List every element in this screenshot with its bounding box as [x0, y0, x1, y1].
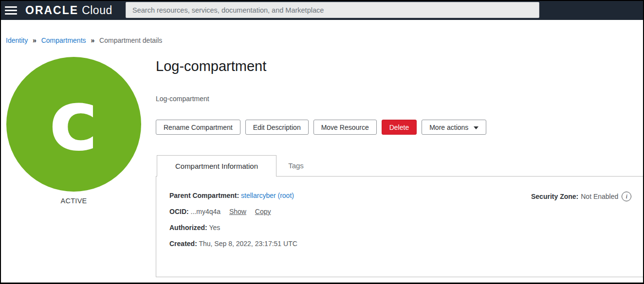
avatar-letter: c	[49, 79, 99, 163]
tab-tags[interactable]: Tags	[276, 155, 315, 176]
logo-cloud-text: Cloud	[82, 4, 112, 17]
authorized-value: Yes	[209, 224, 220, 231]
page-title: Log-compartment	[156, 58, 266, 74]
breadcrumb-current-page: Compartment details	[99, 36, 162, 44]
more-actions-label: More actions	[429, 124, 468, 131]
hamburger-menu-icon[interactable]	[5, 6, 17, 15]
oracle-cloud-logo: ORACLE Cloud	[25, 4, 112, 17]
compartment-avatar: c	[6, 57, 141, 192]
action-button-row: Rename Compartment Edit Description Move…	[156, 120, 486, 135]
top-nav-bar: ORACLE Cloud	[1, 1, 643, 20]
ocid-value: ...my4q4a	[191, 208, 221, 215]
caret-down-icon	[474, 126, 478, 129]
more-actions-button[interactable]: More actions	[422, 120, 486, 135]
security-zone-label: Security Zone:	[531, 193, 578, 200]
ocid-row: OCID: ...my4q4a Show Copy	[169, 208, 297, 215]
ocid-label: OCID:	[169, 208, 189, 215]
breadcrumb-identity-link[interactable]: Identity	[6, 36, 28, 44]
search-input[interactable]	[126, 2, 539, 18]
status-badge: ACTIVE	[6, 197, 141, 205]
delete-button[interactable]: Delete	[382, 120, 417, 135]
authorized-row: Authorized: Yes	[169, 224, 297, 231]
security-zone-value: Not Enabled	[581, 193, 618, 200]
window-frame: ORACLE Cloud Identity » Compartments » C…	[0, 0, 644, 284]
breadcrumb-separator: »	[91, 36, 94, 44]
created-label: Created:	[169, 240, 197, 248]
move-resource-button[interactable]: Move Resource	[313, 120, 377, 135]
created-value: Thu, Sep 8, 2022, 23:17:51 UTC	[199, 240, 297, 248]
panel-body: Parent Compartment: stellarcyber (root) …	[169, 192, 297, 256]
tab-compartment-information[interactable]: Compartment Information	[157, 155, 276, 177]
compartment-information-panel: Parent Compartment: stellarcyber (root) …	[156, 176, 644, 277]
parent-compartment-link[interactable]: stellarcyber (root)	[241, 192, 294, 199]
authorized-label: Authorized:	[169, 224, 207, 231]
parent-compartment-row: Parent Compartment: stellarcyber (root)	[169, 192, 297, 199]
ocid-show-link[interactable]: Show	[229, 208, 246, 215]
security-zone-row: Security Zone: Not Enabled i	[531, 192, 631, 201]
created-row: Created: Thu, Sep 8, 2022, 23:17:51 UTC	[169, 240, 297, 248]
compartment-description: Log-compartment	[156, 95, 209, 103]
rename-compartment-button[interactable]: Rename Compartment	[156, 120, 240, 135]
ocid-copy-link[interactable]: Copy	[255, 208, 271, 215]
breadcrumb: Identity » Compartments » Compartment de…	[6, 36, 162, 44]
info-icon[interactable]: i	[622, 192, 631, 201]
logo-oracle-text: ORACLE	[25, 4, 78, 17]
edit-description-button[interactable]: Edit Description	[245, 120, 309, 135]
parent-compartment-label: Parent Compartment:	[169, 192, 239, 199]
breadcrumb-separator: »	[33, 36, 37, 44]
breadcrumb-compartments-link[interactable]: Compartments	[41, 36, 86, 44]
